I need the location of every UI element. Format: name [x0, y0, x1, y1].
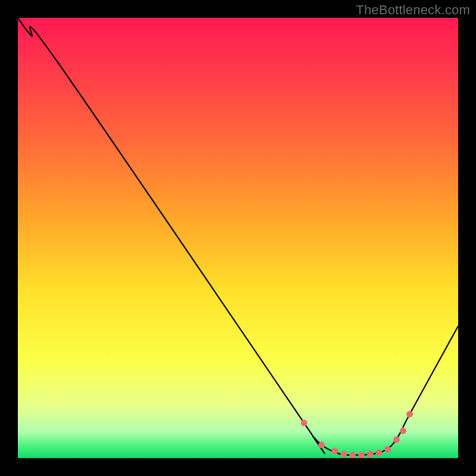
curve-marker: [400, 428, 406, 434]
curve-marker: [340, 451, 347, 458]
curve-marker: [406, 411, 413, 418]
curve-marker: [375, 450, 382, 456]
chart-frame: TheBottleneck.com: [0, 0, 476, 476]
curve-marker: [384, 446, 391, 453]
gradient-background: [18, 18, 458, 458]
curve-marker: [318, 441, 325, 448]
curve-marker: [301, 419, 308, 426]
curve-marker: [349, 452, 356, 458]
plot-area: [18, 18, 458, 458]
curve-marker: [393, 436, 400, 443]
plot-svg: [18, 18, 458, 458]
curve-marker: [331, 448, 338, 455]
curve-marker: [358, 452, 365, 458]
curve-marker: [367, 451, 374, 458]
attribution-label: TheBottleneck.com: [356, 2, 470, 18]
